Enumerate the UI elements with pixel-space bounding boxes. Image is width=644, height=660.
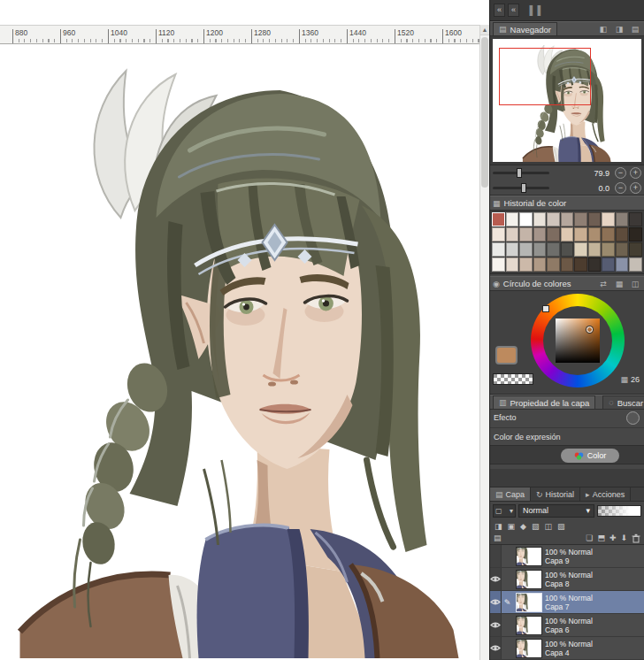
layer-row[interactable]: 100 % NormalCapa 6 [490, 614, 644, 637]
zoom-slider-handle[interactable] [517, 168, 522, 178]
layer-row[interactable]: 100 % NormalCapa 9 [490, 545, 644, 568]
color-swatch[interactable] [506, 257, 519, 272]
sv-cursor[interactable] [586, 326, 593, 333]
new-folder-icon[interactable]: ⬒ [597, 533, 605, 543]
lock-alpha-icon[interactable]: ▧ [532, 521, 540, 532]
layer-row[interactable]: ✎100 % NormalCapa 7 [490, 591, 644, 614]
navigator-view-rect[interactable] [499, 48, 591, 105]
color-swatch[interactable] [519, 227, 533, 242]
current-color-swatch[interactable] [495, 346, 518, 365]
add-icon[interactable]: ✚ [610, 533, 617, 543]
color-swatch[interactable] [547, 227, 560, 242]
collapse-panel-button-2[interactable]: « [508, 4, 519, 17]
palette-grid-icon[interactable]: ▦ [620, 375, 628, 384]
eye-icon[interactable] [490, 644, 501, 652]
color-swatch[interactable] [547, 257, 560, 272]
ruler-toggle-icon[interactable]: ▨ [557, 521, 565, 532]
color-swatch[interactable] [629, 212, 642, 226]
color-swatch[interactable] [492, 242, 505, 257]
rotate-slider-handle[interactable] [521, 183, 526, 193]
navigator-preview[interactable] [493, 39, 641, 162]
color-swatch[interactable] [561, 242, 574, 257]
color-swatch[interactable] [629, 257, 642, 272]
color-swatch[interactable] [533, 257, 547, 272]
eye-icon[interactable] [490, 575, 501, 583]
nav-menu-icon[interactable]: ▤ [629, 25, 641, 34]
color-swatch[interactable] [616, 242, 629, 257]
layer-row[interactable]: 100 % NormalCapa 8 [490, 568, 644, 591]
zoom-slider[interactable] [493, 172, 549, 174]
color-swatch[interactable] [602, 242, 615, 257]
canvas-scrollbar[interactable]: ▲ [479, 25, 489, 660]
color-swatch[interactable] [547, 242, 560, 257]
color-swatch[interactable] [602, 257, 615, 272]
scroll-up-icon[interactable]: ▲ [480, 25, 489, 35]
color-swatch[interactable] [506, 227, 519, 242]
circle-menu-icon[interactable]: ◫ [629, 280, 641, 288]
color-history-header[interactable]: ▦ Historial de color [490, 196, 644, 211]
zoom-in-button[interactable]: + [630, 167, 641, 179]
layer-thumbnail[interactable] [516, 570, 542, 589]
color-swatch[interactable] [602, 227, 615, 242]
color-swatch[interactable] [574, 242, 587, 257]
panel-grip-icon[interactable]: ▐▐ [526, 5, 542, 15]
effect-round-button[interactable] [626, 411, 640, 425]
merge-down-icon[interactable]: ⬇ [620, 533, 627, 543]
color-swatch[interactable] [629, 227, 642, 242]
tab-propiedad-capa[interactable]: ▥ Propiedad de la capa [493, 395, 595, 409]
reference-icon[interactable]: ▣ [508, 521, 516, 532]
color-swatch[interactable] [602, 212, 615, 226]
layer-visibility-cell[interactable] [490, 614, 502, 636]
color-swatch[interactable] [561, 257, 574, 272]
palette-mode-icon[interactable]: ▦ [613, 280, 625, 288]
hue-ring[interactable] [531, 294, 625, 388]
color-swatch[interactable] [574, 212, 587, 226]
layer-visibility-cell[interactable] [490, 591, 502, 613]
color-swatch[interactable] [519, 242, 533, 257]
color-swatch[interactable] [533, 227, 547, 242]
color-swatch[interactable] [533, 242, 547, 257]
trash-icon[interactable] [632, 533, 640, 543]
color-swatch[interactable] [547, 212, 560, 226]
color-swatch[interactable] [588, 242, 602, 257]
zoom-out-button[interactable]: − [615, 167, 626, 179]
layer-filter-dropdown[interactable]: ▢▾ [493, 504, 516, 518]
layer-row[interactable]: 100 % NormalCapa 4 [490, 637, 644, 660]
swap-color-icon[interactable]: ⇄ [597, 280, 610, 288]
color-swatch[interactable] [506, 212, 519, 226]
tab-capa[interactable]: ▤ Capa [490, 487, 531, 501]
color-swatch[interactable] [629, 242, 642, 257]
nav-mirror-icon[interactable]: ◨ [613, 25, 625, 34]
transparent-color-swatch[interactable] [493, 373, 533, 385]
tab-buscar[interactable]: ◌ Buscar [602, 395, 644, 409]
color-swatch[interactable] [561, 212, 574, 226]
color-swatch[interactable] [519, 212, 533, 226]
color-swatch[interactable] [616, 257, 629, 272]
nav-flip-icon[interactable]: ◧ [597, 25, 610, 34]
rotate-slider[interactable] [493, 187, 549, 189]
layer-thumbnail[interactable] [516, 616, 542, 635]
hue-marker[interactable] [542, 305, 549, 312]
clipping-icon[interactable]: ◨ [494, 521, 502, 532]
color-swatch[interactable] [492, 257, 505, 272]
new-layer-icon[interactable]: ❏ [586, 533, 593, 543]
color-swatch[interactable] [616, 227, 629, 242]
artwork-canvas[interactable] [0, 44, 479, 658]
eye-icon[interactable] [490, 598, 501, 606]
color-swatch[interactable] [492, 227, 505, 242]
layer-thumbnail[interactable] [516, 593, 542, 612]
layer-thumbnail[interactable] [516, 547, 542, 566]
color-swatch[interactable] [574, 227, 587, 242]
layer-visibility-cell[interactable] [490, 568, 502, 590]
rotate-left-button[interactable]: − [615, 182, 626, 194]
color-swatch[interactable] [519, 257, 533, 272]
layer-visibility-cell[interactable] [490, 637, 502, 659]
blend-mode-dropdown[interactable]: Normal ▾ [518, 504, 594, 518]
color-swatch[interactable] [506, 242, 519, 257]
mask-icon[interactable]: ◫ [544, 521, 552, 532]
color-swatch[interactable] [588, 227, 602, 242]
scrollbar-thumb[interactable] [481, 37, 488, 188]
expression-color-button[interactable]: Color [561, 449, 619, 463]
tab-navegador[interactable]: ▤ Navegador [493, 22, 557, 35]
panel-list-icon[interactable]: ▤ [494, 533, 502, 543]
